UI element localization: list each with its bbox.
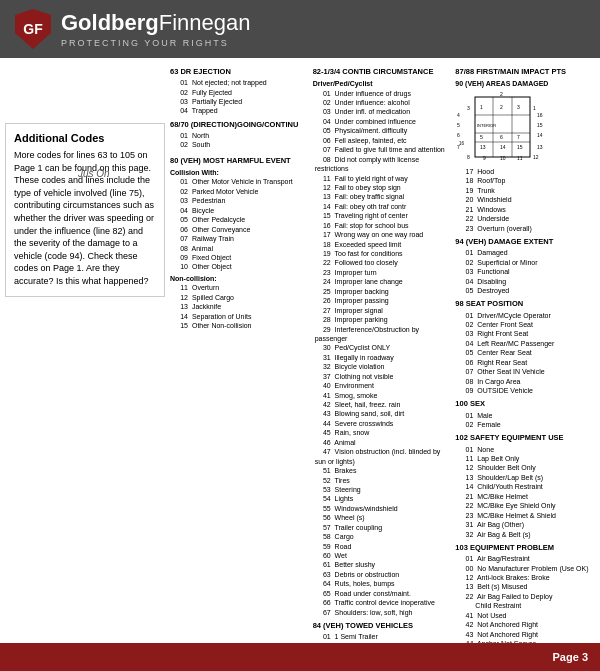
sec-most-harmful: 80 (VEH) MOST HARMFUL EVENT xyxy=(170,156,310,166)
ep-41: 41 Not Used xyxy=(455,611,595,620)
item-04-trapped: 04 Trapped xyxy=(170,106,310,115)
c2-61: 61 Better slushy xyxy=(313,560,453,569)
c2-28: 28 Improper parking xyxy=(313,315,453,324)
svg-text:13: 13 xyxy=(537,144,543,150)
column-1: 63 DR EJECTION 01 Not ejected; not trapp… xyxy=(170,63,310,638)
additional-codes-title: Additional Codes xyxy=(14,132,156,144)
c2-02: 02 Under influence: alcohol xyxy=(313,98,453,107)
svg-text:1: 1 xyxy=(533,105,536,111)
item-fixed-obj: 09 Fixed Object xyxy=(170,253,310,262)
c2-42: 42 Sleet, hail, freez. rain xyxy=(313,400,453,409)
item-spilled-cargo: 12 Spilled Cargo xyxy=(170,293,310,302)
sp-07: 07 Other Seat IN Vehicle xyxy=(455,367,595,376)
brand-bold: Goldberg xyxy=(61,10,159,35)
svg-text:4: 4 xyxy=(457,112,460,118)
svg-text:3: 3 xyxy=(467,105,470,111)
sec-damage-extent: 94 (VEH) DAMAGE EXTENT xyxy=(455,237,595,247)
sec-impact-pts: 87/88 FIRST/MAIN IMPACT PTS xyxy=(455,67,595,77)
svg-text:1: 1 xyxy=(480,104,483,110)
additional-codes-box: Additional Codes More codes for lines 63… xyxy=(5,123,165,297)
se-13: 13 Shoulder/Lap Belt (s) xyxy=(455,473,595,482)
d-01: 01 Damaged xyxy=(455,248,595,257)
se-01: 01 None xyxy=(455,445,595,454)
item-railway: 07 Railway Train xyxy=(170,234,310,243)
c2-01: 01 Under influence of drugs xyxy=(313,89,453,98)
sec-contrib: 82-1/3/4 CONTIB CIRCUMSTANCE xyxy=(313,67,453,77)
c2-26: 26 Improper passing xyxy=(313,296,453,305)
c2-59: 59 Road xyxy=(313,542,453,551)
column-3: 87/88 FIRST/MAIN IMPACT PTS 90 (VEH) ARE… xyxy=(455,63,595,638)
c3-22: 22 Underside xyxy=(455,214,595,223)
c2-67: 67 Shoulders: low, soft, high xyxy=(313,608,453,617)
c2-32: 32 Bicycle violation xyxy=(313,362,453,371)
t-02: 02 2 Semi Trailer xyxy=(313,642,453,643)
header: GF GoldbergFinnegan PROTECTING YOUR RIGH… xyxy=(0,0,600,58)
svg-text:6: 6 xyxy=(457,132,460,138)
c2-06: 06 Fell asleep, fainted, etc xyxy=(313,136,453,145)
se-31: 31 Air Bag (Other) xyxy=(455,520,595,529)
c2-25: 25 Improper backing xyxy=(313,287,453,296)
main-content: Jus On Additional Codes More codes for l… xyxy=(0,58,600,643)
c2-53: 53 Steering xyxy=(313,485,453,494)
item-pedalcycle: 05 Other Pedalcycle xyxy=(170,215,310,224)
c3-18: 18 Roof/Top xyxy=(455,176,595,185)
c2-27: 27 Improper signal xyxy=(313,306,453,315)
item-bicycle: 04 Bicycle xyxy=(170,206,310,215)
svg-text:8: 8 xyxy=(467,154,470,160)
c2-30: 30 Ped/Cyclist ONLY xyxy=(313,343,453,352)
sec-areas-damaged: 90 (VEH) AREAS DAMAGED xyxy=(455,79,595,88)
c2-43: 43 Blowing sand, soil, dirt xyxy=(313,409,453,418)
se-12: 12 Shoulder Belt Only xyxy=(455,463,595,472)
brand-name: GoldbergFinnegan xyxy=(61,10,251,36)
ep-43: 43 Not Anchored Right xyxy=(455,630,595,639)
svg-text:6: 6 xyxy=(500,134,503,140)
svg-text:15: 15 xyxy=(537,122,543,128)
c2-65: 65 Road under const/maint. xyxy=(313,589,453,598)
ep-12: 12 Anti-lock Brakes: Broke xyxy=(455,573,595,582)
item-north: 01 North xyxy=(170,131,310,140)
svg-text:16: 16 xyxy=(459,141,465,146)
logo-initial: GF xyxy=(23,21,42,37)
item-sep-units: 14 Separation of Units xyxy=(170,312,310,321)
sec-seat-pos: 98 SEAT POSITION xyxy=(455,299,595,309)
c2-11: 11 Fail to yield right of way xyxy=(313,174,453,183)
item-03-partially: 03 Partially Ejected xyxy=(170,97,310,106)
d-03: 03 Functional xyxy=(455,267,595,276)
item-overturn: 11 Overturn xyxy=(170,283,310,292)
c2-04: 04 Under combined influence xyxy=(313,117,453,126)
svg-text:16: 16 xyxy=(537,112,543,118)
c2-55: 55 Windows/windshield xyxy=(313,504,453,513)
sp-03: 03 Right Front Seat xyxy=(455,329,595,338)
svg-text:2: 2 xyxy=(500,92,503,97)
c2-45: 45 Rain, snow xyxy=(313,428,453,437)
svg-text:10: 10 xyxy=(500,155,506,161)
t-01: 01 1 Semi Trailer xyxy=(313,632,453,641)
item-parked-mv: 02 Parked Motor Vehicle xyxy=(170,187,310,196)
ep-13: 13 Belt (s) Misused xyxy=(455,582,595,591)
brand-tagline: PROTECTING YOUR RIGHTS xyxy=(61,38,251,48)
sex-01: 01 Male xyxy=(455,411,595,420)
c2-22: 22 Followed too closely xyxy=(313,258,453,267)
sp-09: 09 OUTSIDE Vehicle xyxy=(455,386,595,395)
d-05: 05 Destroyed xyxy=(455,286,595,295)
c2-41: 41 Smog, smoke xyxy=(313,391,453,400)
svg-text:14: 14 xyxy=(500,144,506,150)
c2-66: 66 Traffic control device inoperative xyxy=(313,598,453,607)
item-01-not-ejected: 01 Not ejected; not trapped xyxy=(170,78,310,87)
c2-40: 40 Environment xyxy=(313,381,453,390)
item-jackknife: 13 Jackknife xyxy=(170,302,310,311)
svg-text:5: 5 xyxy=(480,134,483,140)
c2-58: 58 Cargo xyxy=(313,532,453,541)
c2-13: 13 Fail: obey traffic signal xyxy=(313,192,453,201)
c2-16: 16 Fail: stop for school bus xyxy=(313,221,453,230)
sub-noncollision: Non-collision: xyxy=(170,274,310,283)
ep-44: 44 Anchor Not Secure xyxy=(455,639,595,643)
sec-equip-prob: 103 EQUIPMENT PROBLEM xyxy=(455,543,595,553)
brand-light: Finnegan xyxy=(159,10,251,35)
sp-04: 04 Left Rear/MC Passenger xyxy=(455,339,595,348)
c2-56: 56 Wheel (s) xyxy=(313,513,453,522)
c2-19: 19 Too fast for conditions xyxy=(313,249,453,258)
se-32: 32 Air Bag & Belt (s) xyxy=(455,530,595,539)
sec-sex: 100 SEX xyxy=(455,399,595,409)
sec-dr-ejection: 63 DR EJECTION xyxy=(170,67,310,77)
